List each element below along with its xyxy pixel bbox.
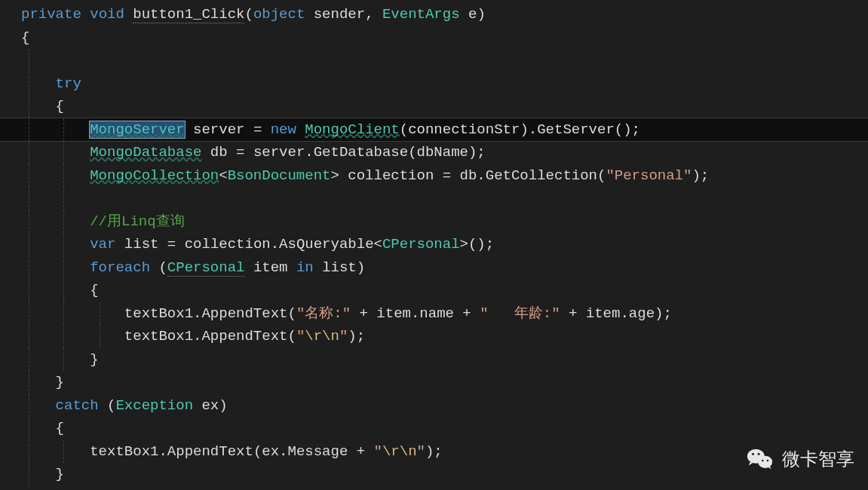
variable: server <box>253 144 305 161</box>
keyword-new: new <box>271 121 296 138</box>
svg-point-4 <box>762 459 763 461</box>
keyword-object: object <box>253 6 305 23</box>
variable: item <box>253 259 288 276</box>
punct: (); <box>615 121 640 138</box>
code-line[interactable]: MongoDatabase db = server.GetDatabase(db… <box>0 141 868 164</box>
code-line[interactable] <box>0 187 868 210</box>
punct: . <box>477 167 485 184</box>
punct: . <box>271 236 279 253</box>
punct: , <box>365 6 382 23</box>
type-bsondocument: BsonDocument <box>228 167 331 184</box>
keyword-foreach: foreach <box>90 259 150 276</box>
method-call: AppendText <box>201 328 287 345</box>
method-name: button1_Click <box>133 6 244 23</box>
comment: //用Linq查询 <box>90 213 184 230</box>
string-literal: "名称:" <box>296 305 351 322</box>
string-literal: " 年龄:" <box>480 305 560 322</box>
code-line[interactable]: { <box>0 95 868 118</box>
operator: + <box>360 305 368 322</box>
string-quote: " <box>374 443 382 460</box>
punct: . <box>193 305 201 322</box>
param: sender <box>314 6 365 23</box>
brace-open: { <box>90 282 98 299</box>
code-line[interactable]: try <box>0 72 868 96</box>
punct: ( <box>107 397 115 414</box>
punct: . <box>279 443 287 460</box>
code-line[interactable]: { <box>0 26 868 50</box>
punct: ) <box>357 259 365 276</box>
code-line[interactable]: textBox1.AppendText("名称:" + item.name + … <box>0 302 868 326</box>
punct: < <box>374 236 382 253</box>
code-line[interactable]: catch (Exception ex) <box>0 394 868 418</box>
brace-close: } <box>56 374 64 390</box>
brace-close: } <box>90 351 98 368</box>
operator: = <box>253 121 262 138</box>
method-call: GetServer <box>537 121 615 138</box>
punct: ); <box>425 443 443 460</box>
type-mongoserver-selected: MongoServer <box>89 121 185 139</box>
brace-open: { <box>21 29 29 46</box>
punct: . <box>620 305 628 322</box>
code-line[interactable]: var list = collection.AsQueryable<CPerso… <box>0 233 868 256</box>
punct: ( <box>287 305 296 322</box>
punct: ). <box>520 121 537 138</box>
type-eventargs: EventArgs <box>382 6 460 23</box>
variable: item <box>586 305 621 322</box>
keyword-try: try <box>56 75 81 92</box>
type-cpersonal: CPersonal <box>382 236 460 253</box>
string-quote: " <box>339 328 348 345</box>
code-line[interactable]: //用Linq查询 <box>0 210 868 234</box>
code-line[interactable]: foreach (CPersonal item in list) <box>0 256 868 280</box>
variable: db <box>210 144 228 161</box>
code-line-current[interactable]: MongoServer server = new MongoClient(con… <box>0 118 868 142</box>
watermark-text: 微卡智享 <box>782 445 854 473</box>
variable: ex <box>262 443 279 460</box>
code-line[interactable]: } <box>0 348 868 372</box>
code-line[interactable]: } <box>0 463 868 486</box>
property: Message <box>288 443 348 460</box>
variable: list <box>124 236 159 253</box>
property: name <box>419 305 454 322</box>
code-line[interactable]: MongoCollection<BsonDocument> collection… <box>0 164 868 188</box>
escape-sequence: \r\n <box>382 443 417 460</box>
type-mongocollection: MongoCollection <box>90 167 219 184</box>
brace-close: } <box>56 466 64 482</box>
punct: ( <box>597 167 606 184</box>
variable: textBox1 <box>90 443 158 460</box>
operator: + <box>569 305 577 322</box>
param: e <box>468 6 477 23</box>
string-literal: "Personal" <box>606 167 692 184</box>
code-line[interactable]: } <box>0 371 868 394</box>
punct: ( <box>400 121 408 138</box>
keyword-in: in <box>296 259 314 276</box>
code-editor[interactable]: private void button1_Click(object sender… <box>0 0 868 490</box>
brace-open: { <box>56 420 64 436</box>
punct: ); <box>692 167 709 184</box>
code-line[interactable] <box>0 49 868 72</box>
variable: server <box>193 121 244 138</box>
watermark: 微卡智享 <box>746 445 854 473</box>
escape-sequence: \r\n <box>305 328 339 345</box>
code-line[interactable]: } <box>0 486 868 491</box>
code-line[interactable]: textBox1.AppendText("\r\n"); <box>0 325 868 348</box>
punct: < <box>219 167 227 184</box>
operator: = <box>236 144 244 161</box>
method-call: GetDatabase <box>314 144 408 161</box>
svg-point-5 <box>767 459 768 461</box>
code-line[interactable]: private void button1_Click(object sender… <box>0 3 868 26</box>
svg-point-2 <box>752 453 754 455</box>
code-line[interactable]: textBox1.AppendText(ex.Message + "\r\n")… <box>0 440 868 464</box>
variable: db <box>460 167 477 184</box>
variable: collection <box>185 236 271 253</box>
punct: ( <box>408 144 416 161</box>
code-line[interactable]: { <box>0 417 868 440</box>
variable: connectionStr <box>408 121 520 138</box>
svg-point-1 <box>758 456 772 468</box>
brace-open: { <box>56 98 64 115</box>
method-call: AppendText <box>201 305 287 322</box>
type-exception: Exception <box>115 397 193 414</box>
variable: textBox1 <box>124 328 193 345</box>
type-cpersonal: CPersonal <box>167 259 245 277</box>
code-line[interactable]: { <box>0 279 868 302</box>
punct: . <box>158 443 167 460</box>
